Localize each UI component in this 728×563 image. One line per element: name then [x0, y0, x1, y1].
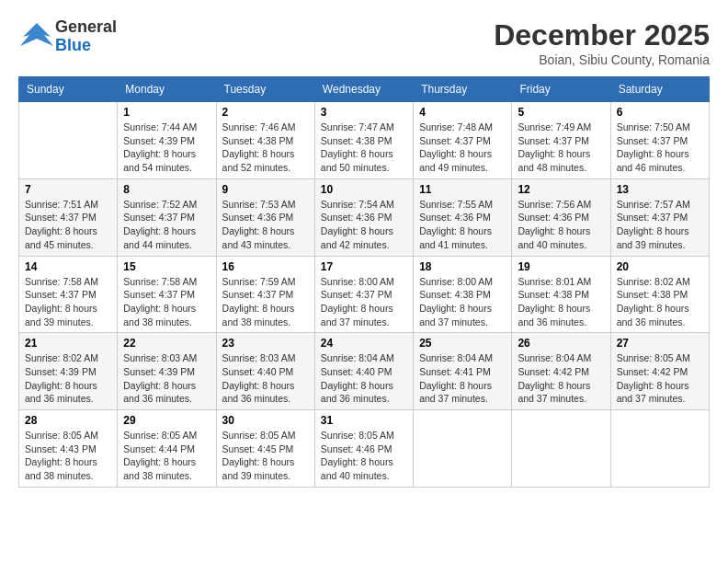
- day-number: 21: [25, 337, 111, 350]
- day-info: Sunrise: 8:02 AM Sunset: 4:38 PM Dayligh…: [617, 275, 703, 329]
- day-number: 16: [222, 260, 309, 273]
- calendar-header-wednesday: Wednesday: [314, 77, 413, 102]
- day-number: 4: [419, 106, 506, 119]
- calendar-cell: [19, 102, 118, 179]
- day-info: Sunrise: 7:55 AM Sunset: 4:36 PM Dayligh…: [419, 198, 506, 252]
- calendar-week-4: 21Sunrise: 8:02 AM Sunset: 4:39 PM Dayli…: [19, 333, 710, 410]
- day-info: Sunrise: 7:46 AM Sunset: 4:38 PM Dayligh…: [222, 121, 309, 175]
- day-info: Sunrise: 8:05 AM Sunset: 4:46 PM Dayligh…: [321, 429, 407, 483]
- calendar-cell: 18Sunrise: 8:00 AM Sunset: 4:38 PM Dayli…: [414, 256, 512, 333]
- day-info: Sunrise: 8:02 AM Sunset: 4:39 PM Dayligh…: [25, 351, 111, 406]
- calendar-cell: 3Sunrise: 7:47 AM Sunset: 4:38 PM Daylig…: [314, 102, 413, 179]
- day-number: 27: [617, 337, 703, 350]
- calendar-header-row: SundayMondayTuesdayWednesdayThursdayFrid…: [19, 77, 710, 102]
- day-info: Sunrise: 8:04 AM Sunset: 4:40 PM Dayligh…: [321, 351, 407, 406]
- day-info: Sunrise: 7:44 AM Sunset: 4:39 PM Dayligh…: [123, 121, 210, 175]
- day-number: 11: [419, 183, 506, 196]
- calendar-cell: 15Sunrise: 7:58 AM Sunset: 4:37 PM Dayli…: [118, 256, 216, 333]
- calendar-table: SundayMondayTuesdayWednesdayThursdayFrid…: [18, 76, 710, 488]
- day-number: 26: [518, 337, 604, 350]
- day-number: 15: [123, 260, 210, 273]
- day-info: Sunrise: 7:49 AM Sunset: 4:37 PM Dayligh…: [518, 121, 604, 175]
- day-info: Sunrise: 8:03 AM Sunset: 4:40 PM Dayligh…: [222, 351, 309, 406]
- logo-bird-icon: [18, 18, 55, 51]
- calendar-header-friday: Friday: [512, 77, 610, 102]
- day-number: 3: [321, 106, 407, 119]
- day-number: 22: [123, 337, 210, 350]
- calendar-header-tuesday: Tuesday: [216, 77, 314, 102]
- day-number: 23: [222, 337, 309, 350]
- day-info: Sunrise: 8:04 AM Sunset: 4:42 PM Dayligh…: [518, 351, 604, 406]
- calendar-header-monday: Monday: [118, 77, 216, 102]
- calendar-cell: 17Sunrise: 8:00 AM Sunset: 4:37 PM Dayli…: [314, 256, 413, 333]
- day-number: 6: [617, 106, 703, 119]
- calendar-cell: 21Sunrise: 8:02 AM Sunset: 4:39 PM Dayli…: [19, 333, 118, 410]
- calendar-cell: 6Sunrise: 7:50 AM Sunset: 4:37 PM Daylig…: [610, 102, 709, 179]
- calendar-header-thursday: Thursday: [414, 77, 512, 102]
- day-number: 31: [321, 414, 407, 427]
- page-header: General Blue December 2025 Boian, Sibiu …: [18, 18, 710, 67]
- calendar-cell: 25Sunrise: 8:04 AM Sunset: 4:41 PM Dayli…: [414, 333, 512, 410]
- day-number: 30: [222, 414, 309, 427]
- day-info: Sunrise: 8:03 AM Sunset: 4:39 PM Dayligh…: [123, 351, 210, 406]
- day-info: Sunrise: 7:54 AM Sunset: 4:36 PM Dayligh…: [321, 198, 407, 252]
- day-info: Sunrise: 8:05 AM Sunset: 4:42 PM Dayligh…: [617, 351, 703, 406]
- day-info: Sunrise: 7:47 AM Sunset: 4:38 PM Dayligh…: [321, 121, 407, 175]
- calendar-cell: 10Sunrise: 7:54 AM Sunset: 4:36 PM Dayli…: [314, 178, 413, 256]
- day-info: Sunrise: 7:50 AM Sunset: 4:37 PM Dayligh…: [617, 121, 703, 175]
- logo-blue-text: Blue: [55, 37, 117, 55]
- calendar-cell: 9Sunrise: 7:53 AM Sunset: 4:36 PM Daylig…: [216, 178, 314, 256]
- day-info: Sunrise: 8:05 AM Sunset: 4:43 PM Dayligh…: [25, 429, 111, 483]
- logo-general-text: General: [55, 18, 117, 37]
- day-number: 20: [617, 260, 703, 273]
- calendar-week-2: 7Sunrise: 7:51 AM Sunset: 4:37 PM Daylig…: [19, 178, 710, 256]
- calendar-body: 1Sunrise: 7:44 AM Sunset: 4:39 PM Daylig…: [19, 102, 710, 488]
- calendar-week-5: 28Sunrise: 8:05 AM Sunset: 4:43 PM Dayli…: [19, 410, 710, 488]
- calendar-cell: 2Sunrise: 7:46 AM Sunset: 4:38 PM Daylig…: [216, 102, 314, 179]
- calendar-cell: 12Sunrise: 7:56 AM Sunset: 4:36 PM Dayli…: [512, 178, 610, 256]
- day-info: Sunrise: 8:00 AM Sunset: 4:37 PM Dayligh…: [321, 275, 407, 329]
- day-number: 5: [518, 106, 604, 119]
- calendar-cell: 26Sunrise: 8:04 AM Sunset: 4:42 PM Dayli…: [512, 333, 610, 410]
- day-number: 28: [25, 414, 111, 427]
- logo: General Blue: [18, 18, 117, 55]
- calendar-cell: [512, 410, 610, 488]
- day-number: 10: [321, 183, 407, 196]
- calendar-cell: 5Sunrise: 7:49 AM Sunset: 4:37 PM Daylig…: [512, 102, 610, 179]
- day-number: 25: [419, 337, 506, 350]
- day-info: Sunrise: 7:59 AM Sunset: 4:37 PM Dayligh…: [222, 275, 309, 329]
- day-number: 8: [123, 183, 210, 196]
- calendar-cell: [610, 410, 709, 488]
- day-info: Sunrise: 8:00 AM Sunset: 4:38 PM Dayligh…: [419, 275, 506, 329]
- day-info: Sunrise: 7:48 AM Sunset: 4:37 PM Dayligh…: [419, 121, 506, 175]
- calendar-cell: 20Sunrise: 8:02 AM Sunset: 4:38 PM Dayli…: [610, 256, 709, 333]
- calendar-cell: 14Sunrise: 7:58 AM Sunset: 4:37 PM Dayli…: [19, 256, 118, 333]
- calendar-cell: [414, 410, 512, 488]
- day-number: 12: [518, 183, 604, 196]
- calendar-cell: 28Sunrise: 8:05 AM Sunset: 4:43 PM Dayli…: [19, 410, 118, 488]
- day-number: 7: [25, 183, 111, 196]
- day-number: 19: [518, 260, 604, 273]
- calendar-cell: 4Sunrise: 7:48 AM Sunset: 4:37 PM Daylig…: [414, 102, 512, 179]
- day-info: Sunrise: 7:56 AM Sunset: 4:36 PM Dayligh…: [518, 198, 604, 252]
- day-number: 9: [222, 183, 309, 196]
- month-title: December 2025: [494, 18, 710, 52]
- calendar-cell: 19Sunrise: 8:01 AM Sunset: 4:38 PM Dayli…: [512, 256, 610, 333]
- day-info: Sunrise: 7:57 AM Sunset: 4:37 PM Dayligh…: [617, 198, 703, 252]
- day-info: Sunrise: 7:58 AM Sunset: 4:37 PM Dayligh…: [123, 275, 210, 329]
- calendar-cell: 22Sunrise: 8:03 AM Sunset: 4:39 PM Dayli…: [118, 333, 216, 410]
- calendar-cell: 13Sunrise: 7:57 AM Sunset: 4:37 PM Dayli…: [610, 178, 709, 256]
- calendar-header-sunday: Sunday: [19, 77, 118, 102]
- calendar-cell: 8Sunrise: 7:52 AM Sunset: 4:37 PM Daylig…: [118, 178, 216, 256]
- day-number: 1: [123, 106, 210, 119]
- day-info: Sunrise: 7:51 AM Sunset: 4:37 PM Dayligh…: [25, 198, 111, 252]
- day-info: Sunrise: 8:04 AM Sunset: 4:41 PM Dayligh…: [419, 351, 506, 406]
- calendar-cell: 16Sunrise: 7:59 AM Sunset: 4:37 PM Dayli…: [216, 256, 314, 333]
- day-info: Sunrise: 8:05 AM Sunset: 4:44 PM Dayligh…: [123, 429, 210, 483]
- day-info: Sunrise: 7:58 AM Sunset: 4:37 PM Dayligh…: [25, 275, 111, 329]
- day-number: 13: [617, 183, 703, 196]
- calendar-cell: 27Sunrise: 8:05 AM Sunset: 4:42 PM Dayli…: [610, 333, 709, 410]
- calendar-cell: 24Sunrise: 8:04 AM Sunset: 4:40 PM Dayli…: [314, 333, 413, 410]
- day-info: Sunrise: 7:53 AM Sunset: 4:36 PM Dayligh…: [222, 198, 309, 252]
- calendar-cell: 23Sunrise: 8:03 AM Sunset: 4:40 PM Dayli…: [216, 333, 314, 410]
